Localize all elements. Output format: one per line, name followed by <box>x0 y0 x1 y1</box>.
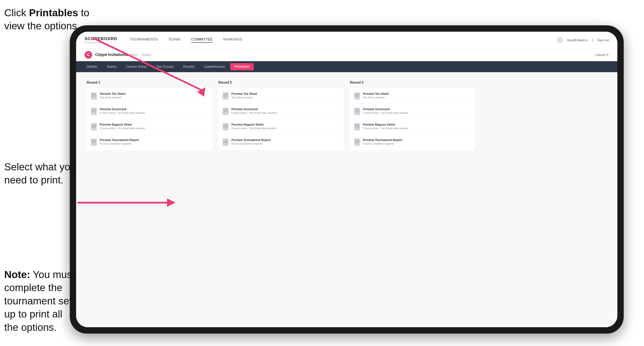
scorecard-icon-2 <box>223 108 228 115</box>
tournament-report-icon-2 <box>223 139 228 146</box>
instruction-mid: Select what you need to print. <box>4 161 76 187</box>
raguzzi-icon-2 <box>223 123 228 131</box>
rounds-container: Round 1 Preview Tee Sheet Tee Sheet requ… <box>87 81 607 150</box>
user-email: blair@clippd.io <box>567 38 588 42</box>
round2-scorecard-title: Preview Scorecard <box>232 107 276 111</box>
round1-report-sub: Round Completion required <box>100 142 139 145</box>
round3-raguzzi-sub: Course setup + Tee Sheet data required <box>363 127 408 130</box>
round3-raguzzi-title: Preview Raguzzi Sheet <box>363 123 408 126</box>
round2-tee-sheet-sub: Tee Sheet required <box>232 96 257 99</box>
round3-scorecard[interactable]: Preview Scorecard Course setup + Tee She… <box>354 107 471 115</box>
user-avatar <box>556 37 563 43</box>
tab-leaderboards[interactable]: Leaderboards <box>200 63 229 70</box>
round-2-card: Preview Tee Sheet Tee Sheet required Pre… <box>218 88 344 150</box>
nav-rankings[interactable]: RANKINGS <box>223 37 242 43</box>
round1-report-title: Preview Tournament Report <box>100 138 139 142</box>
printables-bold: Printables <box>29 7 78 18</box>
round-3-card: Preview Tee Sheet Tee Sheet required Pre… <box>350 88 475 150</box>
round-3-column: Round 3 Preview Tee Sheet Tee Sheet requ… <box>350 81 475 150</box>
tournament-name: Clippd Invitational <box>95 53 128 57</box>
tablet-screen: SCOREBOARD Powered by clippd TOURNAMENTS… <box>76 32 617 327</box>
nav-tournaments[interactable]: TOURNAMENTS <box>130 37 158 43</box>
round1-scorecard-title: Preview Scorecard <box>100 107 145 111</box>
tournament-logo: C <box>84 51 92 59</box>
scorecard-icon <box>91 108 97 115</box>
nav-links: TOURNAMENTS TEAMS COMMITTEE RANKINGS <box>130 37 556 43</box>
round1-tee-sheet-sub: Tee Sheet required <box>100 96 126 99</box>
logo-title: SCOREBOARD <box>84 36 117 41</box>
divider <box>91 134 208 135</box>
empty-column <box>482 81 607 150</box>
round3-scorecard-title: Preview Scorecard <box>363 107 408 111</box>
nav-committee[interactable]: COMMITTEE <box>191 37 213 43</box>
divider <box>354 103 471 104</box>
round-3-title: Round 3 <box>350 81 475 84</box>
round2-report-sub: Round Completion required <box>232 142 271 145</box>
tee-sheet-icon-2 <box>223 92 228 100</box>
sign-out-link[interactable]: Sign out <box>597 38 609 42</box>
tab-results[interactable]: Results <box>179 63 199 70</box>
tournament-report-icon <box>91 139 97 146</box>
tab-tee-groups[interactable]: Tee Groups <box>152 63 178 70</box>
instruction-top: Click Printables toview the options. <box>4 6 90 33</box>
round3-scorecard-sub: Course setup + Tee Sheet data required <box>363 111 408 114</box>
divider <box>223 119 340 119</box>
round2-tournament-report[interactable]: Preview Tournament Report Round Completi… <box>223 138 340 146</box>
round3-tee-sheet-title: Preview Tee Sheet <box>363 92 389 95</box>
round2-raguzzi-sub: Course setup + Tee Sheet data required <box>232 127 276 130</box>
round-1-title: Round 1 <box>87 81 212 84</box>
tournament-status: Hosting <box>142 53 151 56</box>
round2-scorecard[interactable]: Preview Scorecard Course setup + Tee She… <box>223 107 340 115</box>
round-1-column: Round 1 Preview Tee Sheet Tee Sheet requ… <box>87 81 212 150</box>
round2-report-title: Preview Tournament Report <box>232 138 271 142</box>
round-2-title: Round 2 <box>218 81 344 84</box>
divider <box>91 119 208 119</box>
nav-right: blair@clippd.io | Sign out <box>556 37 609 43</box>
nav-teams[interactable]: TEAMS <box>168 37 180 43</box>
round1-raguzzi-sub: Course setup + Tee Sheet data required <box>100 127 145 130</box>
round1-tournament-report[interactable]: Preview Tournament Report Round Completi… <box>91 138 208 146</box>
divider <box>354 134 471 135</box>
cancel-button[interactable]: Cancel ✕ <box>595 53 609 57</box>
round1-scorecard-sub: Course setup + Tee Sheet data required <box>100 111 145 114</box>
round1-raguzzi-title: Preview Raguzzi Sheet <box>100 123 145 126</box>
tournament-report-icon-3 <box>354 139 360 146</box>
divider <box>354 119 471 119</box>
round1-tee-sheet[interactable]: Preview Tee Sheet Tee Sheet required <box>91 92 208 100</box>
sub-tabs: Details Teams Course Setup Tee Groups Re… <box>76 61 617 72</box>
tee-sheet-icon <box>91 92 97 100</box>
tournament-badge: (Men) <box>130 53 138 56</box>
tournament-header: C Clippd Invitational (Men) Hosting Canc… <box>76 48 617 61</box>
round2-raguzzi[interactable]: Preview Raguzzi Sheet Course setup + Tee… <box>223 123 340 131</box>
raguzzi-icon-3 <box>354 123 360 131</box>
tab-teams[interactable]: Teams <box>102 63 121 70</box>
scoreboard-logo: SCOREBOARD Powered by clippd <box>84 36 117 44</box>
round1-tee-sheet-title: Preview Tee Sheet <box>100 92 126 95</box>
round3-tournament-report[interactable]: Preview Tournament Report Round Completi… <box>354 138 471 146</box>
tab-details[interactable]: Details <box>82 63 101 70</box>
round1-raguzzi[interactable]: Preview Raguzzi Sheet Course setup + Tee… <box>91 123 208 131</box>
round3-report-sub: Round Completion required <box>363 142 402 145</box>
tablet-frame: SCOREBOARD Powered by clippd TOURNAMENTS… <box>70 25 624 334</box>
tab-printables[interactable]: Printables <box>230 63 254 70</box>
round3-raguzzi[interactable]: Preview Raguzzi Sheet Course setup + Tee… <box>354 123 471 131</box>
round2-raguzzi-title: Preview Raguzzi Sheet <box>232 123 276 126</box>
round1-scorecard[interactable]: Preview Scorecard Course setup + Tee She… <box>91 107 208 115</box>
round3-report-title: Preview Tournament Report <box>363 138 402 142</box>
main-content: Round 1 Preview Tee Sheet Tee Sheet requ… <box>76 72 617 327</box>
round-1-card: Preview Tee Sheet Tee Sheet required Pre… <box>87 88 212 150</box>
separator: | <box>592 38 593 42</box>
divider <box>223 134 340 135</box>
round3-tee-sheet-sub: Tee Sheet required <box>363 96 389 99</box>
divider <box>91 103 208 104</box>
round3-tee-sheet[interactable]: Preview Tee Sheet Tee Sheet required <box>354 92 471 100</box>
tee-sheet-icon-3 <box>354 92 360 100</box>
tab-course-setup[interactable]: Course Setup <box>122 63 151 70</box>
raguzzi-icon <box>91 123 97 131</box>
round2-tee-sheet-title: Preview Tee Sheet <box>232 92 257 95</box>
round2-tee-sheet[interactable]: Preview Tee Sheet Tee Sheet required <box>223 92 340 100</box>
round-2-column: Round 2 Preview Tee Sheet Tee Sheet requ… <box>218 81 344 150</box>
logo-sub: Powered by clippd <box>84 41 117 44</box>
top-nav: SCOREBOARD Powered by clippd TOURNAMENTS… <box>76 32 617 48</box>
divider <box>223 103 340 104</box>
